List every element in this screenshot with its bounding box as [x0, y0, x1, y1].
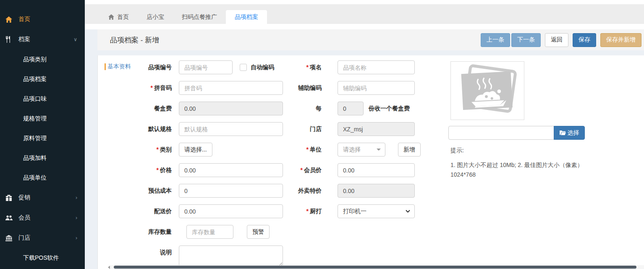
stock-qty-input[interactable]	[186, 225, 233, 239]
tab-home[interactable]: 首页	[99, 10, 138, 24]
chevron-right-icon: ›	[76, 235, 77, 241]
chevron-down-icon	[406, 210, 410, 213]
sidebar-submenu: 品项类别 品项档案 品项口味 规格管理 原料管理 品项加料 品项单位	[0, 50, 85, 188]
store-input	[338, 122, 415, 136]
tab-bar: 首页 店小宝 扫码点餐推广 品项档案	[85, 4, 644, 24]
estimated-cost-label: 预估成本	[106, 187, 172, 195]
delivery-price-input[interactable]	[179, 204, 283, 218]
caret-down-icon	[377, 149, 381, 151]
box-fee-input	[179, 102, 283, 115]
prev-record-button[interactable]: 上一条	[481, 33, 510, 47]
chevron-right-icon: ›	[76, 195, 77, 201]
sidebar-item-item-flavor[interactable]: 品项口味	[0, 89, 85, 109]
chevron-right-icon: ›	[76, 215, 77, 221]
sidebar-item-home[interactable]: 首页	[0, 9, 85, 29]
item-code-input[interactable]	[179, 60, 233, 74]
estimated-cost-input[interactable]	[179, 184, 283, 198]
default-spec-label: 默认规格	[106, 125, 172, 133]
folder-open-icon	[560, 130, 566, 136]
tab-scan-order-promo[interactable]: 扫码点餐推广	[173, 10, 226, 24]
aux-code-input[interactable]	[338, 81, 415, 95]
price-input[interactable]	[179, 163, 283, 177]
item-name-input[interactable]	[338, 60, 415, 74]
next-record-button[interactable]: 下一条	[511, 33, 541, 47]
food-photo-icon	[451, 62, 524, 120]
home-icon	[108, 14, 114, 20]
auto-code-checkbox[interactable]	[240, 64, 247, 71]
item-name-label: *项名	[271, 63, 322, 71]
sidebar-item-archives[interactable]: 档案 ∨	[0, 29, 85, 50]
tips-text: 1. 图片大小不超过 10Mb; 2. 最佳图片大小（像素）1024*768	[450, 160, 591, 180]
sidebar-item-members[interactable]: 会员 ›	[0, 208, 85, 228]
chevron-down-icon: ∨	[73, 37, 77, 42]
add-unit-button[interactable]: 新增	[398, 143, 421, 157]
sidebar-item-label: 会员	[18, 214, 76, 222]
page-title: 品项档案 - 新增	[110, 35, 481, 45]
sidebar: 首页 档案 ∨ 品项类别 品项档案 品项口味 规格管理 原料管理 品项加料 品项…	[0, 0, 85, 269]
save-button[interactable]: 保存	[573, 33, 596, 47]
category-select-button[interactable]: 请选择...	[179, 143, 212, 157]
page-header: 品项档案 - 新增 上一条 下一条 返回 保存 保存并新增	[97, 29, 644, 50]
sidebar-item-promotion[interactable]: 促销 ›	[0, 188, 85, 208]
sidebar-item-download-pos[interactable]: 下载POS软件	[0, 248, 85, 268]
per-count-input	[338, 102, 364, 115]
per-label: 每	[271, 104, 322, 112]
gift-icon	[5, 194, 15, 201]
form-panel: 基本资料 品项编号 自动编码 *拼音码 餐盒费 默认规格 *类别 请选择... …	[97, 55, 644, 269]
home-icon	[5, 16, 15, 23]
tab-item-archive[interactable]: 品项档案	[226, 10, 267, 24]
member-price-label: *会员价	[271, 166, 322, 174]
sidebar-item-item-unit[interactable]: 品项单位	[0, 168, 85, 188]
bank-icon	[5, 235, 15, 241]
price-label: *价格	[106, 166, 172, 174]
sidebar-item-spec-mgmt[interactable]: 规格管理	[0, 109, 85, 128]
sidebar-item-item-archive[interactable]: 品项档案	[0, 69, 85, 89]
sidebar-item-label: 促销	[18, 194, 76, 201]
stock-warning-button[interactable]: 预警	[247, 225, 270, 239]
cutlery-icon	[5, 36, 15, 43]
stock-qty-label: 库存数量	[106, 228, 172, 236]
sidebar-item-item-category[interactable]: 品项类别	[0, 50, 85, 69]
save-and-new-button[interactable]: 保存并新增	[600, 33, 641, 47]
sidebar-item-label: 首页	[18, 16, 77, 23]
aux-code-label: 辅助编码	[271, 84, 322, 92]
content-area: 品项档案 - 新增 上一条 下一条 返回 保存 保存并新增 基本资料 品项编号 …	[85, 29, 644, 269]
sidebar-item-item-topping[interactable]: 品项加料	[0, 148, 85, 168]
default-spec-input[interactable]	[179, 122, 283, 136]
horizontal-scrollbar[interactable]	[110, 265, 644, 269]
sidebar-item-label: 门店	[18, 234, 76, 242]
pinyin-code-label: *拼音码	[106, 84, 172, 92]
sidebar-item-label: 档案	[18, 36, 73, 43]
note-label: 说明	[106, 248, 172, 256]
app-window: 首页 档案 ∨ 品项类别 品项档案 品项口味 规格管理 原料管理 品项加料 品项…	[0, 0, 644, 269]
takeout-price-input	[338, 184, 415, 198]
main-area: 首页 店小宝 扫码点餐推广 品项档案 品项档案 - 新增 上一条 下一条 返回 …	[85, 0, 644, 269]
choose-image-button[interactable]: 选择	[554, 126, 585, 140]
tips-title: 提示:	[450, 147, 464, 154]
auto-code-label: 自动编码	[251, 63, 274, 71]
member-price-input[interactable]	[338, 163, 415, 177]
item-image-placeholder	[450, 61, 524, 120]
sidebar-item-material-mgmt[interactable]: 原料管理	[0, 128, 85, 148]
image-path-input[interactable]	[448, 126, 554, 140]
kitchen-printer-select[interactable]: 打印机一	[338, 204, 415, 218]
scrollbar-thumb[interactable]	[114, 266, 636, 269]
note-textarea[interactable]	[179, 245, 283, 266]
box-fee-label: 餐盒费	[106, 104, 172, 112]
tab-gap	[85, 24, 644, 29]
item-code-label: 品项编号	[106, 63, 172, 71]
unit-select[interactable]: 请选择	[338, 143, 385, 157]
scrollbar-left-arrow[interactable]	[108, 266, 110, 269]
per-suffix-text: 份收一个餐盒费	[369, 102, 410, 115]
store-label: 门店	[271, 125, 322, 133]
kitchen-print-label: *厨打	[271, 207, 322, 215]
users-icon	[5, 214, 15, 221]
takeout-price-label: 外卖特价	[271, 187, 322, 195]
tab-dianxiaobao[interactable]: 店小宝	[138, 10, 173, 24]
category-label: *类别	[106, 146, 172, 154]
pinyin-code-input[interactable]	[179, 81, 283, 95]
sidebar-item-stores[interactable]: 门店 ›	[0, 228, 85, 248]
top-strip	[85, 0, 644, 4]
unit-label: *单位	[271, 146, 322, 154]
back-button[interactable]: 返回	[545, 33, 568, 47]
